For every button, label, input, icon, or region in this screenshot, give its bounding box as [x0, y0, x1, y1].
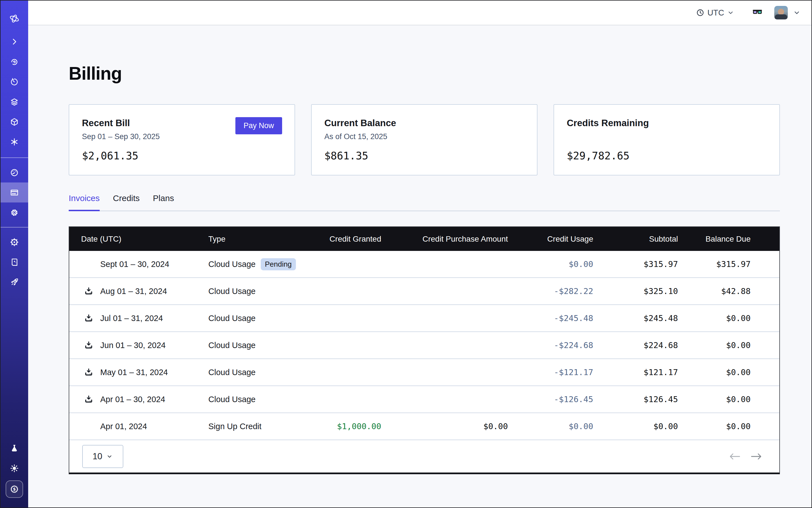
cell-type: Cloud Usage	[208, 341, 321, 350]
invoice-date: Apr 01 – 30, 2024	[100, 395, 165, 404]
download-invoice-button[interactable]	[84, 368, 93, 377]
invoice-type: Cloud Usage	[208, 287, 256, 296]
card-amount: $861.35	[324, 150, 524, 162]
table-pagination: 10	[69, 440, 779, 472]
pay-now-button[interactable]: Pay Now	[236, 117, 282, 134]
download-icon	[84, 340, 93, 350]
cell-type: Sign Up Credit	[208, 422, 321, 431]
avatar[interactable]	[774, 6, 788, 19]
sidebar-item-support[interactable]	[1, 232, 28, 252]
spiral-scan-icon	[10, 57, 19, 67]
cell-balance-due: $0.00	[678, 368, 751, 377]
invoice-table: Date (UTC) Type Credit Granted Credit Pu…	[69, 226, 780, 474]
current-balance-card: Current Balance As of Oct 15, 2025 $861.…	[311, 104, 538, 175]
cell-date: Apr 01 – 30, 2024	[69, 394, 208, 404]
download-invoice-button[interactable]	[84, 340, 93, 350]
invoice-type: Cloud Usage	[208, 260, 256, 269]
sidebar-item-history[interactable]	[1, 72, 28, 92]
sidebar-item-getting-started[interactable]	[1, 272, 28, 292]
cell-date: May 01 – 31, 2024	[69, 368, 208, 377]
download-icon	[84, 368, 93, 377]
svg-text:$: $	[13, 486, 16, 492]
download-slot	[84, 368, 100, 377]
download-invoice-button[interactable]	[84, 394, 93, 404]
sidebar-collapse-chevron[interactable]	[1, 33, 28, 50]
sidebar-item-credits[interactable]: $	[6, 480, 23, 498]
rocket-icon	[10, 278, 19, 287]
sidebar-item-spiral-scan[interactable]	[1, 52, 28, 72]
invoice-type: Cloud Usage	[208, 368, 256, 377]
sidebar-item-asterisk[interactable]	[1, 132, 28, 152]
cell-credit-usage: -$126.45	[508, 394, 593, 404]
download-slot	[84, 340, 100, 350]
orbit-logo-icon[interactable]	[1, 10, 28, 27]
download-invoice-button[interactable]	[84, 286, 93, 296]
arrow-right-icon	[751, 452, 762, 461]
cell-subtotal: $0.00	[593, 422, 678, 431]
sidebar-item-billing[interactable]	[1, 182, 28, 203]
card-subtitle: As of Oct 15, 2025	[324, 132, 524, 142]
invoice-date: May 01 – 31, 2024	[100, 368, 168, 377]
tab-plans[interactable]: Plans	[153, 194, 174, 211]
table-row: Aug 01 – 31, 2024 Cloud Usage -$282.22 $…	[69, 278, 779, 305]
cell-balance-due: $0.00	[678, 422, 751, 431]
cell-balance-due: $0.00	[678, 394, 751, 404]
tab-invoices[interactable]: Invoices	[69, 194, 100, 211]
column-header-credit-usage: Credit Usage	[508, 235, 593, 244]
settings-gear-icon	[10, 208, 19, 217]
sidebar-item-docs[interactable]	[1, 252, 28, 272]
history-timer-icon	[10, 77, 19, 86]
sidebar-item-settings[interactable]	[1, 203, 28, 222]
cell-type: Cloud Usage	[208, 314, 321, 323]
sidebar-item-labs[interactable]	[1, 438, 28, 458]
cube-icon	[10, 118, 19, 126]
cell-credit-usage: -$121.17	[508, 368, 593, 377]
cell-subtotal: $224.68	[593, 340, 678, 350]
3d-glasses-icon	[752, 7, 763, 18]
billing-card-icon	[10, 188, 19, 197]
column-header-credit-purchase: Credit Purchase Amount	[381, 235, 508, 244]
cell-type: Cloud Usage	[208, 287, 321, 296]
cell-credit-purchase: $0.00	[381, 422, 508, 431]
page-title: Billing	[69, 63, 780, 84]
table-row: Apr 01, 2024 Sign Up Credit $1,000.00 $0…	[69, 413, 779, 440]
column-header-credit-granted: Credit Granted	[321, 235, 381, 244]
theme-glasses-button[interactable]	[752, 7, 763, 18]
recent-bill-card: Recent Bill Sep 01 – Sep 30, 2025 $2,061…	[69, 104, 295, 175]
download-slot	[84, 313, 100, 323]
invoice-type: Cloud Usage	[208, 341, 256, 350]
invoice-date: Jun 01 – 30, 2024	[100, 341, 166, 350]
table-row: Jun 01 – 30, 2024 Cloud Usage -$224.68 $…	[69, 332, 779, 359]
cell-subtotal: $245.48	[593, 313, 678, 323]
content: Billing Recent Bill Sep 01 – Sep 30, 202…	[28, 25, 812, 507]
invoice-date: Apr 01, 2024	[100, 422, 147, 431]
cell-subtotal: $315.97	[593, 259, 678, 269]
previous-page-button[interactable]	[729, 452, 740, 461]
card-title: Current Balance	[324, 118, 524, 128]
download-invoice-button[interactable]	[84, 313, 93, 323]
cell-balance-due: $315.97	[678, 259, 751, 269]
chevron-down-icon	[106, 453, 113, 460]
main-area: UTC Billing	[28, 1, 812, 507]
page-size-value: 10	[93, 452, 102, 462]
cell-subtotal: $325.10	[593, 286, 678, 296]
next-page-button[interactable]	[751, 452, 762, 461]
column-header-date: Date (UTC)	[69, 235, 208, 244]
account-menu-button[interactable]	[793, 9, 801, 16]
cell-credit-granted: $1,000.00	[321, 422, 381, 431]
sidebar-item-theme[interactable]	[1, 458, 28, 478]
sidebar-item-usage[interactable]	[1, 163, 28, 182]
table-row: May 01 – 31, 2024 Cloud Usage -$121.17 $…	[69, 359, 779, 386]
sidebar-item-layers[interactable]	[1, 92, 28, 112]
cell-balance-due: $0.00	[678, 340, 751, 350]
sidebar-item-cube[interactable]	[1, 112, 28, 132]
app-window: $ UTC	[0, 0, 812, 508]
download-icon	[84, 286, 93, 296]
invoice-type: Cloud Usage	[208, 395, 256, 404]
cell-credit-usage: $0.00	[508, 422, 593, 431]
download-slot	[84, 286, 100, 296]
table-header-row: Date (UTC) Type Credit Granted Credit Pu…	[69, 227, 779, 251]
page-size-select[interactable]: 10	[82, 445, 123, 468]
timezone-selector[interactable]: UTC	[696, 8, 734, 17]
tab-credits[interactable]: Credits	[113, 194, 140, 211]
